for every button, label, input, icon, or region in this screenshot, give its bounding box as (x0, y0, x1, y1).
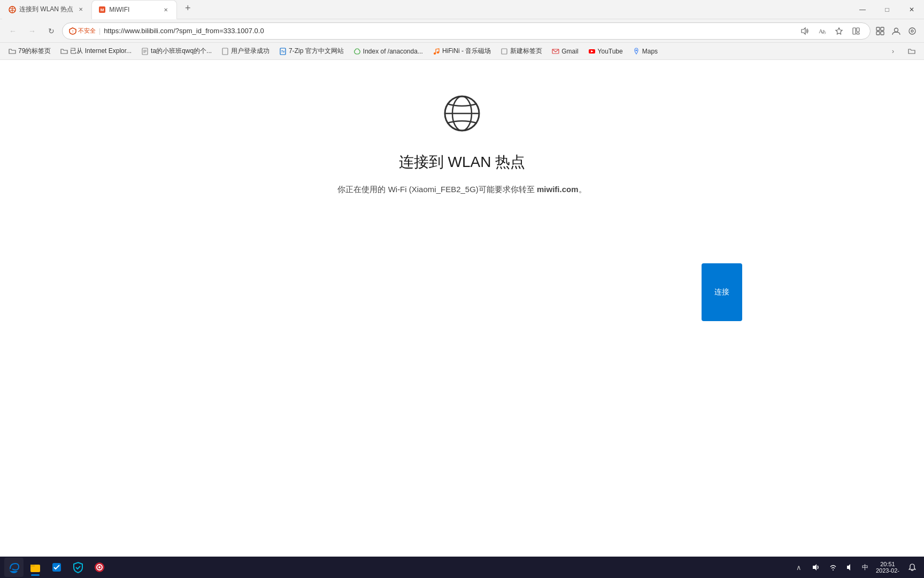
taskbar: ∧ 中 20:51 2023-02- (0, 557, 924, 578)
volume-icon[interactable] (843, 558, 858, 577)
music-icon (433, 48, 440, 55)
bookmark-ta[interactable]: ta的小班班qwq的个... (137, 45, 216, 58)
bookmark-hifini[interactable]: HiFiNi - 音乐磁场 (428, 45, 495, 58)
show-hidden-icons-button[interactable]: ∧ (791, 558, 806, 577)
bookmark-anaconda[interactable]: Index of /anaconda... (349, 45, 427, 58)
taskbar-todo-icon[interactable] (47, 558, 66, 577)
tab2-title: MiWIFI (109, 6, 158, 13)
new-tab-button[interactable]: + (179, 0, 196, 17)
folder-icon (9, 48, 16, 55)
svg-point-14 (895, 28, 898, 32)
svg-point-15 (909, 28, 915, 34)
bookmark-label: Gmail (561, 48, 578, 55)
bookmark-label: 用户登录成功 (231, 47, 270, 56)
tab-strip: 连接到 WLAN 热点 ✕ M MiWIFI ✕ + (0, 0, 850, 19)
ime-button[interactable]: 中 (860, 563, 871, 572)
back-button[interactable]: ← (4, 22, 21, 40)
bookmark-label: ta的小班班qwq的个... (151, 47, 212, 56)
page-content: 连接到 WLAN 热点 你正在使用的 Wi-Fi (Xiaomi_FEB2_5G… (0, 60, 924, 557)
zip-icon: 7z (279, 48, 287, 55)
tab1-favicon (9, 6, 16, 13)
bookmark-login[interactable]: 用户登录成功 (217, 45, 274, 58)
bookmark-label: Index of /anaconda... (363, 48, 423, 55)
svg-text:7z: 7z (281, 50, 284, 53)
bookmark-gmail[interactable]: Gmail (548, 45, 582, 58)
bookmark-label: 79的标签页 (18, 47, 51, 56)
svg-rect-11 (881, 27, 884, 31)
bookmark-tabs[interactable]: 79的标签页 (4, 45, 55, 58)
bookmark-maps[interactable]: Maps (628, 45, 662, 58)
svg-rect-10 (876, 27, 880, 31)
tab-2[interactable]: M MiWIFI ✕ (91, 0, 177, 19)
bookmark-ie[interactable]: 已从 Internet Explor... (56, 45, 136, 58)
speaker-icon[interactable] (808, 558, 823, 577)
taskbar-edge-icon[interactable] (4, 558, 24, 577)
bookmark-label: 已从 Internet Explor... (70, 47, 132, 56)
gmail-icon (552, 48, 559, 55)
connect-button[interactable]: 连接 (702, 263, 742, 321)
bookmark-youtube[interactable]: YouTube (584, 45, 627, 58)
bookmark-folder-end[interactable] (904, 45, 920, 58)
folder-icon (60, 48, 68, 55)
title-bar: 连接到 WLAN 热点 ✕ M MiWIFI ✕ + — □ ✕ (0, 0, 924, 19)
address-bar: ← → ↻ ! 不安全 | https://www.bilibili.com/?… (0, 19, 924, 43)
page-icon (221, 48, 229, 55)
bookmark-label: 新建标签页 (510, 47, 542, 56)
page-title: 连接到 WLAN 热点 (399, 152, 525, 172)
bird-icon (353, 48, 361, 55)
globe-icon (441, 92, 483, 135)
svg-point-25 (437, 51, 439, 54)
page-description: 你正在使用的 Wi-Fi (Xiaomi_FEB2_5G)可能要求你转至 miw… (337, 183, 586, 196)
read-aloud-button[interactable] (797, 24, 812, 39)
bookmark-label: 7-Zip 官方中文网站 (289, 47, 344, 56)
clock-time: 20:51 (880, 561, 895, 567)
bookmarks-more-button[interactable]: › (886, 45, 900, 58)
minimize-button[interactable]: — (850, 0, 875, 19)
svg-text:!: ! (72, 29, 73, 34)
bookmarks-bar: 79的标签页 已从 Internet Explor... ta的小班班qwq的个… (0, 43, 924, 60)
translate-button[interactable]: Aあ (814, 24, 829, 39)
svg-rect-8 (857, 28, 859, 32)
tab-1[interactable]: 连接到 WLAN 热点 ✕ (2, 0, 91, 19)
tab2-close[interactable]: ✕ (161, 5, 170, 14)
forward-button[interactable]: → (24, 22, 41, 40)
desc-post: 。 (579, 185, 587, 194)
clock-date: 2023-02- (876, 567, 899, 574)
svg-point-16 (911, 30, 913, 32)
clock[interactable]: 20:51 2023-02- (873, 561, 903, 574)
notification-button[interactable] (905, 558, 920, 577)
favorites-button[interactable] (831, 24, 846, 39)
bookmark-label: HiFiNi - 音乐磁场 (442, 47, 491, 56)
bookmark-newtab[interactable]: 新建标签页 (496, 45, 546, 58)
bookmark-label: YouTube (598, 48, 623, 55)
security-label: 不安全 (78, 27, 96, 35)
tab1-close[interactable]: ✕ (76, 5, 85, 14)
svg-rect-7 (853, 28, 856, 34)
svg-text:M: M (101, 7, 104, 12)
svg-rect-12 (876, 32, 880, 35)
svg-rect-9 (857, 33, 859, 34)
url-action-icons: Aあ (797, 24, 864, 39)
folder-icon (908, 48, 915, 55)
window-controls: — □ ✕ (850, 0, 924, 19)
taskbar-app5-icon[interactable] (90, 558, 109, 577)
tab2-favicon: M (98, 6, 106, 13)
page-icon (500, 48, 508, 55)
maximize-button[interactable]: □ (875, 0, 899, 19)
profile-button[interactable] (889, 24, 904, 39)
svg-rect-26 (502, 49, 507, 54)
close-button[interactable]: ✕ (899, 0, 924, 19)
svg-text:あ: あ (822, 29, 826, 34)
taskbar-defender-icon[interactable] (68, 558, 88, 577)
taskbar-explorer-icon[interactable] (26, 558, 45, 577)
refresh-button[interactable]: ↻ (43, 22, 60, 40)
extensions-button[interactable] (873, 24, 888, 39)
settings-button[interactable] (905, 24, 920, 39)
url-bar[interactable]: ! 不安全 | https://www.bilibili.com/?spm_id… (62, 22, 871, 40)
network-icon[interactable] (826, 558, 841, 577)
svg-point-39 (98, 566, 101, 568)
collections-button[interactable] (849, 24, 864, 39)
youtube-icon (588, 48, 596, 55)
bookmark-7zip[interactable]: 7z 7-Zip 官方中文网站 (275, 45, 348, 58)
toolbar (873, 24, 920, 39)
